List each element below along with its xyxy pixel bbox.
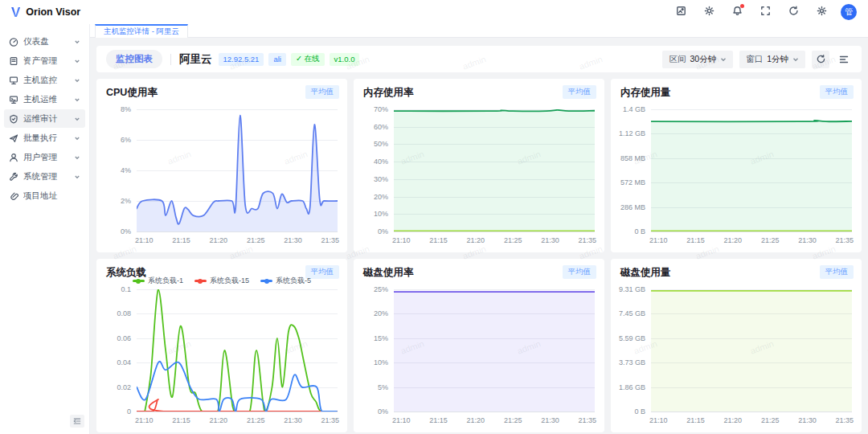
batch-icon <box>9 133 18 143</box>
refresh-icon <box>817 55 825 63</box>
user-avatar[interactable]: 管 <box>841 4 857 20</box>
x-axis-label: 21:15 <box>686 416 705 424</box>
sidebar-collapse-button[interactable] <box>70 415 84 428</box>
x-axis-label: 21:25 <box>504 416 522 424</box>
sidebar: 仪表盘资产管理主机监控主机运维运维审计批量执行用户管理系统管理项目地址 <box>0 24 90 434</box>
x-axis-label: 21:10 <box>392 236 411 244</box>
y-axis-label: 0% <box>354 407 388 416</box>
chevron-down-icon <box>74 37 80 47</box>
legend-label: 系统负载-15 <box>210 276 249 286</box>
dashboard-icon <box>9 37 18 47</box>
window-select[interactable]: 窗口 1分钟 <box>739 51 805 68</box>
x-axis-label: 21:25 <box>247 236 265 244</box>
x-axis-label: 21:25 <box>761 416 780 424</box>
audit-icon <box>9 114 18 124</box>
refresh-button[interactable] <box>784 3 802 21</box>
legend-marker-icon <box>133 280 145 282</box>
sidebar-item-batch[interactable]: 批量执行 <box>4 129 85 147</box>
screenshot-button[interactable] <box>672 3 690 21</box>
interval-value: 30分钟 <box>690 54 716 65</box>
interval-label: 区间 <box>669 54 686 65</box>
notification-button[interactable] <box>728 3 746 21</box>
y-axis-label: 5% <box>354 383 388 391</box>
x-axis-label: 21:15 <box>429 416 448 424</box>
y-axis-label: 10% <box>354 358 388 366</box>
y-axis-label: 572 MB <box>611 178 645 186</box>
screenshot-icon <box>676 5 686 19</box>
y-axis-label: 1.12 GB <box>611 129 645 137</box>
x-axis-label: 21:35 <box>578 416 596 424</box>
y-axis-label: 20% <box>354 193 388 201</box>
gridline <box>394 411 595 412</box>
settings-button[interactable] <box>813 3 830 21</box>
sidebar-item-link[interactable]: 项目地址 <box>4 186 85 205</box>
tab-monitor-charts[interactable]: 监控图表 <box>106 50 162 68</box>
y-axis-label: 0.1 <box>96 285 131 293</box>
chart-layout-button[interactable] <box>836 51 852 68</box>
sidebar-item-host-ops[interactable]: 主机运维 <box>4 90 85 108</box>
topbar-actions: 管 <box>672 3 868 21</box>
y-axis-label: 0.04 <box>96 358 131 366</box>
sidebar-item-label: 用户管理 <box>23 152 74 163</box>
sidebar-item-system[interactable]: 系统管理 <box>4 167 85 186</box>
sidebar-item-assets[interactable]: 资产管理 <box>4 51 85 70</box>
fullscreen-button[interactable] <box>756 3 774 21</box>
theme-icon <box>704 5 714 19</box>
app-title: Orion Visor <box>26 6 80 18</box>
chevron-down-icon <box>74 76 80 85</box>
host-header-card: 监控图表 阿里云 12.92.5.21ali✓ 在线v1.0.0 区间 30分钟… <box>96 46 862 72</box>
chart-title: 磁盘使用率 <box>363 266 414 280</box>
x-axis-label: 21:10 <box>649 236 668 244</box>
y-axis-label: 4% <box>96 166 131 174</box>
interval-select[interactable]: 区间 30分钟 <box>662 51 733 68</box>
sidebar-item-label: 主机运维 <box>23 94 74 105</box>
refresh-icon <box>788 5 799 19</box>
chart-card-disk-rate: 磁盘使用率平均值0%5%10%15%20%25%21:1021:1521:202… <box>354 259 604 432</box>
chevron-down-icon <box>74 133 80 143</box>
chart-plot-cpu <box>137 109 338 231</box>
x-axis-label: 21:35 <box>835 416 854 424</box>
x-axis-label: 21:25 <box>247 416 265 424</box>
aggregation-badge: 平均值 <box>820 265 854 279</box>
legend-item[interactable]: 系统负载-15 <box>194 276 249 286</box>
y-axis-label: 0 <box>96 407 131 416</box>
legend-marker-icon <box>260 280 272 282</box>
x-axis-label: 21:20 <box>467 416 485 424</box>
chart-title: 内存使用量 <box>620 86 671 100</box>
host-tag: ali <box>268 53 286 66</box>
gridline <box>137 231 338 232</box>
x-axis-label: 21:20 <box>210 236 228 244</box>
legend-item[interactable]: 系统负载-5 <box>260 276 311 286</box>
y-axis-label: 25% <box>354 285 388 293</box>
y-axis-label: 30% <box>354 175 388 183</box>
legend-item[interactable]: 系统负载-1 <box>133 276 183 286</box>
fullscreen-icon <box>760 5 771 19</box>
sidebar-item-label: 批量执行 <box>23 133 74 144</box>
content: 监控图表 阿里云 12.92.5.21ali✓ 在线v1.0.0 区间 30分钟… <box>90 38 868 432</box>
x-axis-label: 21:35 <box>835 236 854 244</box>
gridline <box>651 411 852 412</box>
y-axis-label: 8% <box>96 105 131 113</box>
sidebar-item-label: 资产管理 <box>23 55 74 67</box>
x-axis-label: 21:25 <box>504 236 522 244</box>
aggregation-badge: 平均值 <box>563 265 597 279</box>
sidebar-item-audit[interactable]: 运维审计 <box>4 109 85 128</box>
x-axis-label: 21:20 <box>467 236 485 244</box>
x-axis-label: 21:10 <box>392 416 411 424</box>
refresh-charts-button[interactable] <box>812 51 829 68</box>
chart-card-cpu: CPU使用率平均值0%2%4%6%8%21:1021:1521:2021:252… <box>96 79 347 252</box>
sidebar-item-dashboard[interactable]: 仪表盘 <box>4 32 85 51</box>
theme-button[interactable] <box>700 3 718 21</box>
y-axis-label: 0.06 <box>96 334 131 342</box>
sidebar-item-host-monitor[interactable]: 主机监控 <box>4 71 85 89</box>
host-name: 阿里云 <box>179 52 212 67</box>
chevron-down-icon <box>74 95 80 104</box>
y-axis-label: 1.4 GB <box>611 105 645 113</box>
legend-label: 系统负载-1 <box>148 276 183 286</box>
y-axis-label: 60% <box>354 123 388 131</box>
y-axis-label: 858 MB <box>611 154 645 162</box>
system-icon <box>9 172 18 182</box>
gridline <box>137 411 338 412</box>
breadcrumb-tab[interactable]: 主机监控详情 - 阿里云 <box>95 24 188 38</box>
sidebar-item-users[interactable]: 用户管理 <box>4 148 85 166</box>
